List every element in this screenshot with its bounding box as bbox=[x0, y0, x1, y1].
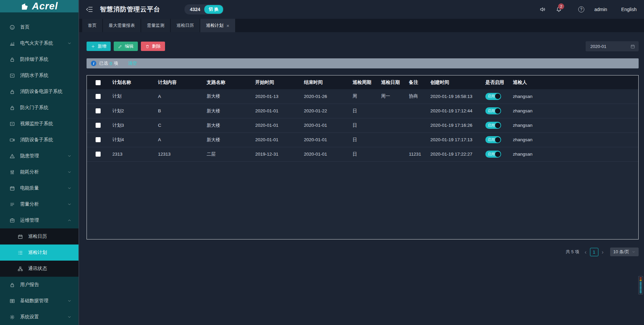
cell-inspector: zhangsan bbox=[509, 147, 638, 161]
header-actions: 2 ? admin English bbox=[530, 6, 637, 13]
enable-toggle[interactable]: 启用 bbox=[485, 122, 501, 129]
col-note: 备注 bbox=[405, 75, 426, 89]
enable-toggle[interactable]: 启用 bbox=[485, 136, 501, 143]
collapse-menu-icon[interactable] bbox=[86, 6, 93, 13]
page-number[interactable]: 1 bbox=[590, 248, 598, 256]
delete-button[interactable]: 删除 bbox=[141, 42, 165, 51]
next-page-icon[interactable]: › bbox=[602, 249, 604, 255]
sidebar-item-smoke-control[interactable]: 防排烟子系统 bbox=[0, 51, 78, 67]
cell-inspector: zhangsan bbox=[509, 104, 638, 118]
cell-created-time: 2020-01-19 17:16:26 bbox=[426, 118, 481, 132]
sidebar-item-fire-door[interactable]: 防火门子系统 bbox=[0, 100, 78, 116]
sidebar-item-video-monitor[interactable]: 视频监控子系统 bbox=[0, 116, 78, 132]
cell-enabled: 启用 bbox=[481, 104, 509, 118]
col-branch-name: 支路名称 bbox=[203, 75, 251, 89]
sidebar-item-inspection-plan[interactable]: 巡检计划 bbox=[0, 245, 78, 261]
tab-demand-monitor[interactable]: 需量监测 bbox=[141, 19, 170, 32]
page-minimap-scrollbar[interactable] bbox=[638, 276, 643, 294]
enable-toggle[interactable]: 启用 bbox=[485, 93, 501, 100]
tab-max-demand-report[interactable]: 最大需量报表 bbox=[103, 19, 141, 32]
sidebar-item-demand-analysis[interactable]: 需量分析 bbox=[0, 196, 78, 212]
sidebar-item-label: 防火门子系统 bbox=[20, 105, 48, 111]
sidebar-item-comm-status[interactable]: 通讯状态 bbox=[0, 261, 78, 277]
sidebar-item-hazard-mgmt[interactable]: 隐患管理 bbox=[0, 148, 78, 164]
lock-icon bbox=[9, 89, 15, 95]
cell-created-time: 2020-01-19 17:22:27 bbox=[426, 147, 481, 161]
sidebar-item-label: 消防设备电源子系统 bbox=[20, 89, 62, 95]
sidebar-item-label: 隐患管理 bbox=[20, 153, 39, 159]
switch-project-button[interactable]: 切 换 bbox=[204, 5, 223, 14]
speaker-icon[interactable] bbox=[539, 6, 546, 13]
cell-branch-name: 新大楼 bbox=[203, 104, 251, 118]
clear-selection-link[interactable]: 清空 bbox=[128, 60, 137, 66]
sidebar-item-ops-mgmt[interactable]: 运维管理 bbox=[0, 212, 78, 228]
prev-page-icon[interactable]: ‹ bbox=[585, 249, 587, 255]
cell-enabled: 启用 bbox=[481, 132, 509, 147]
sidebar-item-label: 用户报告 bbox=[20, 282, 39, 288]
page-size-select[interactable]: 10 条/页 bbox=[610, 248, 639, 256]
table-row[interactable]: 计划 A 新大楼 2020-01-13 2020-01-26 周 周一 协商 2… bbox=[87, 89, 638, 104]
tab-inspection-calendar[interactable]: 巡检日历 bbox=[171, 19, 200, 32]
cell-created-time: 2020-01-19 17:17:13 bbox=[426, 132, 481, 147]
tab-inspection-plan[interactable]: 巡检计划 × bbox=[200, 19, 235, 32]
content-panel: 新增 编辑 删除 2020-01 i 已选 0 项 bbox=[79, 32, 644, 325]
month-picker[interactable]: 2020-01 bbox=[586, 41, 639, 51]
user-menu[interactable]: admin bbox=[594, 7, 607, 12]
sidebar-item-home[interactable]: 首页 bbox=[0, 19, 78, 35]
calendar-icon bbox=[17, 234, 23, 239]
lines-icon bbox=[9, 202, 15, 207]
sidebar-item-fire-equipment[interactable]: 消防设备子系统 bbox=[0, 132, 78, 148]
language-switch[interactable]: English bbox=[621, 7, 637, 12]
sidebar-item-electrical-fire[interactable]: 电气火灾子系统 bbox=[0, 35, 78, 51]
table-row[interactable]: 2313 12313 二层 2019-12-31 2020-01-01 日 11… bbox=[87, 147, 638, 161]
sidebar-item-label: 基础数据管理 bbox=[20, 298, 48, 304]
cell-created-time: 2020-01-19 17:12:44 bbox=[426, 104, 481, 118]
sidebar-item-label: 电能质量 bbox=[20, 185, 39, 191]
enable-toggle[interactable]: 启用 bbox=[485, 107, 501, 114]
cell-plan-content: A bbox=[154, 132, 203, 147]
chart-icon bbox=[9, 41, 15, 46]
row-checkbox[interactable] bbox=[96, 137, 101, 142]
table-row[interactable]: 计划4 A 新大楼 2020-01-01 2020-01-01 日 2020-0… bbox=[87, 132, 638, 147]
help-icon[interactable]: ? bbox=[578, 6, 584, 12]
row-checkbox[interactable] bbox=[96, 94, 101, 99]
cell-branch-name: 二层 bbox=[203, 147, 251, 161]
sidebar-item-power-quality[interactable]: 电能质量 bbox=[0, 180, 78, 196]
edit-button[interactable]: 编辑 bbox=[114, 42, 138, 51]
sidebar-item-energy-analysis[interactable]: 能耗分析 bbox=[0, 164, 78, 180]
tab-home[interactable]: 首页 bbox=[82, 19, 102, 32]
add-button[interactable]: 新增 bbox=[87, 42, 111, 51]
sidebar-item-user-report[interactable]: 用户报告 bbox=[0, 277, 78, 293]
row-checkbox[interactable] bbox=[96, 152, 101, 157]
select-all-checkbox[interactable] bbox=[96, 80, 101, 85]
row-checkbox[interactable] bbox=[96, 108, 101, 113]
close-tab-icon[interactable]: × bbox=[226, 23, 229, 29]
month-picker-value: 2020-01 bbox=[590, 44, 606, 49]
cell-plan-content: B bbox=[154, 104, 203, 118]
sidebar-item-fire-water[interactable]: 消防水子系统 bbox=[0, 67, 78, 84]
table-row[interactable]: 计划2 B 新大楼 2020-01-01 2020-01-22 日 2020-0… bbox=[87, 104, 638, 118]
cell-cycle: 日 bbox=[348, 104, 377, 118]
enable-toggle[interactable]: 启用 bbox=[485, 151, 501, 158]
pagination: 共 5 项 ‹ 1 › 10 条/页 bbox=[87, 248, 639, 256]
cell-end-time: 2020-01-26 bbox=[300, 89, 348, 104]
sidebar-item-label: 通讯状态 bbox=[28, 266, 47, 272]
camera-icon bbox=[9, 137, 15, 143]
home-icon bbox=[9, 24, 15, 30]
sidebar-item-system-settings[interactable]: 系统设置 bbox=[0, 309, 78, 325]
cell-inspector: zhangsan bbox=[509, 89, 638, 104]
sitemap-icon bbox=[17, 266, 23, 272]
sidebar-item-inspection-calendar[interactable]: 巡检日历 bbox=[0, 228, 78, 245]
sidebar-item-basic-data[interactable]: 基础数据管理 bbox=[0, 293, 78, 309]
top-header: 智慧消防管理云平台 4324 切 换 2 ? admin English bbox=[79, 0, 644, 19]
chevron-down-icon bbox=[67, 41, 72, 46]
calendar-icon bbox=[9, 185, 15, 191]
sidebar: Acrel 首页 电气火灾子系统 防排烟子系统 消防水子系统 消防 bbox=[0, 0, 79, 325]
table-row[interactable]: 计划3 C 新大楼 2020-01-01 2020-01-01 日 2020-0… bbox=[87, 118, 638, 132]
row-checkbox[interactable] bbox=[96, 123, 101, 128]
sliders-icon bbox=[9, 169, 15, 175]
row-checkbox-cell bbox=[87, 132, 108, 147]
lock-icon bbox=[9, 282, 15, 288]
cell-branch-name: 新大楼 bbox=[203, 118, 251, 132]
sidebar-item-fire-power[interactable]: 消防设备电源子系统 bbox=[0, 84, 78, 100]
